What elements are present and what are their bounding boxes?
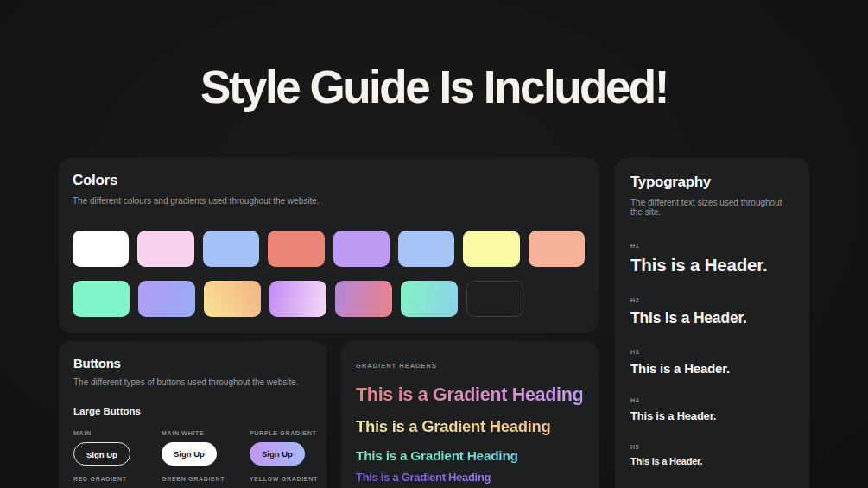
style-guide-page: Style Guide Is Included! Colors The diff…	[0, 0, 868, 488]
type-tag-h4: H4	[630, 397, 639, 403]
color-swatch-yellow	[463, 231, 519, 267]
type-tag-h2: H2	[630, 297, 639, 303]
type-text-h4: This is a Header.	[630, 409, 794, 422]
gradient-heading-h3: This is a Gradient Heading	[356, 448, 518, 464]
button-label-red-gradient: RED GRADIENT	[73, 476, 162, 482]
type-tag-h5: H5	[630, 444, 639, 450]
color-swatch-row-1	[73, 231, 585, 267]
color-swatch-mint	[73, 281, 130, 317]
color-swatch-yellow-peach-gradient	[204, 281, 261, 317]
color-swatch-row-2	[73, 281, 585, 317]
color-swatch-peach	[529, 231, 585, 267]
button-label-purple-gradient: PURPLE GRADIENT	[250, 430, 326, 436]
type-tag-h3: H3	[630, 349, 639, 355]
button-cell-main: MAIN Sign Up	[73, 430, 162, 466]
gradient-headers-card: GRADIENT HEADERS This is a Gradient Head…	[341, 341, 599, 488]
colors-card-subtitle: The different colours and gradients used…	[73, 196, 585, 206]
buttons-card-subtitle: The different types of buttons used thro…	[73, 377, 312, 387]
typography-card-title: Typography	[630, 174, 794, 191]
color-swatch-outline-empty	[466, 281, 523, 317]
signup-button-main[interactable]: Sign Up	[73, 442, 130, 466]
buttons-grid: MAIN Sign Up MAIN WHITE Sign Up PURPLE G…	[73, 430, 312, 488]
color-swatch-purple	[333, 231, 390, 267]
type-text-h1: This is a Header.	[630, 255, 794, 276]
type-sample-h3: H3 This is a Header.	[630, 342, 794, 376]
colors-card-title: Colors	[73, 172, 585, 189]
button-cell-purple-gradient: PURPLE GRADIENT Sign Up	[250, 430, 326, 466]
signup-button-purple-gradient[interactable]: Sign Up	[250, 442, 305, 466]
color-swatch-pink	[137, 231, 193, 267]
buttons-card-title: Buttons	[73, 356, 312, 371]
gradient-heading-h2: This is a Gradient Heading	[356, 417, 551, 436]
color-swatch-violet-pink-gradient	[269, 281, 326, 317]
button-cell-main-white: MAIN WHITE Sign Up	[162, 430, 250, 466]
type-text-h5: This is a Header.	[630, 456, 794, 466]
button-label-green-gradient: GREEN GRADIENT	[162, 476, 250, 482]
typography-card-subtitle: The different text sizes used throughout…	[630, 198, 794, 217]
gradient-headers-label: GRADIENT HEADERS	[356, 362, 437, 370]
type-tag-h1: H1	[630, 243, 639, 249]
page-title: Style Guide Is Included!	[0, 60, 868, 113]
button-cell-red-gradient: RED GRADIENT Sign Up	[73, 476, 162, 488]
type-sample-h1: H1 This is a Header.	[630, 236, 794, 276]
gradient-heading-h4: This is a Gradient Heading	[356, 471, 491, 484]
type-sample-h4: H4 This is a Header.	[630, 390, 794, 422]
color-swatch-white	[73, 231, 129, 267]
type-text-h2: This is a Header.	[630, 309, 794, 327]
color-swatch-blue-alt	[398, 231, 454, 267]
buttons-card: Buttons The different types of buttons u…	[59, 341, 326, 488]
signup-button-main-white[interactable]: Sign Up	[162, 442, 217, 466]
type-sample-h6: H6 This is a Header.	[630, 481, 794, 488]
color-swatch-purple-blue-gradient	[138, 281, 195, 317]
type-sample-h2: H2 This is a Header.	[630, 290, 794, 327]
typography-card: Typography The different text sizes used…	[615, 158, 809, 488]
button-label-main: MAIN	[73, 430, 162, 436]
large-buttons-section-label: Large Buttons	[73, 406, 312, 416]
color-swatch-blue	[203, 231, 259, 267]
button-label-main-white: MAIN WHITE	[162, 430, 250, 436]
gradient-heading-h1: This is a Gradient Heading	[356, 384, 583, 406]
color-swatch-red	[268, 231, 324, 267]
button-cell-green-gradient: GREEN GRADIENT Sign Up	[162, 476, 250, 488]
button-label-yellow-gradient: YELLOW GRADIENT	[250, 476, 326, 482]
type-text-h3: This is a Header.	[630, 361, 794, 376]
type-sample-h5: H5 This is a Header.	[630, 437, 794, 466]
colors-card: Colors The different colours and gradien…	[59, 158, 599, 333]
color-swatch-mint-sky-gradient	[401, 281, 458, 317]
color-swatch-purple-red-gradient	[335, 281, 392, 317]
button-cell-yellow-gradient: YELLOW GRADIENT Sign Up	[250, 476, 326, 488]
